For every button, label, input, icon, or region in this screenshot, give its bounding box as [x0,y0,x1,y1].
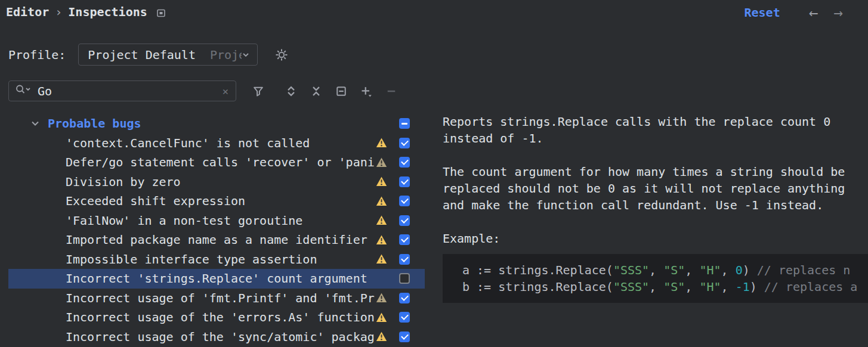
inspection-tree: Probable bugs 'context.CancelFunc' is no… [8,114,425,346]
collapse-all-icon[interactable] [309,84,323,98]
disable-inspection-icon[interactable] [334,84,348,98]
tree-item[interactable]: 'context.CancelFunc' is not called [8,134,425,153]
search-box[interactable]: ✕ [8,80,236,101]
settings-inspections-page: Editor › Inspections Reset ← → Profile: … [0,0,868,347]
tree-item[interactable]: 'FailNow' in a non-test goroutine [8,211,425,231]
warning-icon [376,234,387,246]
group-checkbox[interactable] [399,118,410,129]
tree-item-label: Incorrect usage of 'fmt.Printf' and 'fmt… [66,291,376,305]
tree-item-label: Incorrect usage of the 'errors.As' funct… [66,310,376,324]
header-actions: Reset ← → [744,5,843,20]
inspection-checkbox[interactable] [399,234,410,245]
warning-icon [376,253,387,265]
in-editor-settings-icon [156,8,166,18]
inspection-checkbox[interactable] [399,196,410,206]
warning-icon [376,196,387,207]
tree-group-row[interactable]: Probable bugs [8,114,425,134]
inspection-description: Reports strings.Replace calls with the r… [443,113,868,303]
no-severity-icon [376,273,387,284]
tree-item-label: 'context.CancelFunc' is not called [66,136,376,150]
tree-item-label: 'FailNow' in a non-test goroutine [66,213,376,228]
description-paragraph-2: The count argument for how many times a … [443,163,860,213]
code-line: a := strings.Replace("SSS", "S", "H", 0)… [462,262,868,278]
code-line: b := strings.Replace("SSS", "S", "H", -1… [462,278,868,295]
tree-item[interactable]: Incorrect usage of 'fmt.Printf' and 'fmt… [8,289,425,308]
warning-icon [376,176,387,187]
tree-item[interactable]: Incorrect 'strings.Replace' count argume… [8,269,425,289]
clear-search-icon[interactable]: ✕ [223,85,228,97]
code-block: a := strings.Replace("SSS", "S", "H", 0)… [443,254,868,303]
warning-icon [376,215,387,226]
remove-inspection-icon[interactable] [384,84,399,98]
tree-rows: 'context.CancelFunc' is not calledDefer/… [8,134,425,347]
profile-label: Profile: [8,48,66,62]
inspection-checkbox[interactable] [399,157,410,168]
tree-item-label: Exceeded shift expression [66,194,376,208]
inspection-checkbox[interactable] [399,331,410,342]
tree-item[interactable]: Exceeded shift expression [8,191,425,211]
warning-icon [376,312,387,323]
inspection-checkbox[interactable] [399,138,410,148]
inspection-checkbox[interactable] [399,254,410,265]
example-label: Example: [443,230,860,247]
tree-item[interactable]: Defer/go statement calls 'recover' or 'p… [8,153,425,172]
inspection-checkbox[interactable] [399,312,410,323]
profile-dropdown[interactable]: Project Default Proje [78,44,258,66]
tree-item-label: Incorrect usage of the 'sync/atomic' pac… [66,330,376,344]
breadcrumb-editor[interactable]: Editor [6,5,49,19]
description-paragraph-1: Reports strings.Replace calls with the r… [443,113,860,147]
expand-all-icon[interactable] [284,84,298,98]
tree-item[interactable]: Incorrect usage of the 'errors.As' funct… [8,308,425,327]
breadcrumb: Editor › Inspections [6,5,166,19]
chevron-down-icon [242,51,250,59]
inspection-checkbox[interactable] [399,215,410,226]
tree-item-label: Impossible interface type assertion [66,252,376,267]
chevron-down-icon[interactable] [31,119,39,128]
search-icon [15,83,32,98]
inspection-checkbox[interactable] [399,176,410,187]
tree-item-label: Division by zero [66,175,376,189]
profile-dropdown-hint: Proje [210,48,242,62]
add-inspection-icon[interactable] [359,84,373,98]
tree-item[interactable]: Impossible interface type assertion [8,250,425,269]
breadcrumb-separator: › [55,5,62,19]
warning-icon [376,331,387,342]
back-arrow-icon[interactable]: ← [809,5,818,20]
reset-button[interactable]: Reset [744,5,780,20]
inspection-checkbox[interactable] [399,273,410,284]
forward-arrow-icon[interactable]: → [833,5,843,20]
profile-row: Profile: Project Default Proje [8,44,289,66]
gear-icon[interactable] [274,48,289,62]
tree-item[interactable]: Imported package name as a name identifi… [8,230,425,250]
warning-icon [376,137,387,148]
tree-item-label: Incorrect 'strings.Replace' count argume… [66,271,376,286]
filter-icon[interactable] [251,84,265,98]
warning-icon [376,292,387,303]
tree-item-label: Defer/go statement calls 'recover' or 'p… [66,155,376,169]
profile-dropdown-value: Project Default [88,48,196,62]
tree-item[interactable]: Incorrect usage of the 'sync/atomic' pac… [8,327,425,347]
tree-group-label: Probable bugs [48,116,399,131]
inspection-checkbox[interactable] [399,293,410,303]
breadcrumb-inspections: Inspections [68,5,147,19]
tree-item[interactable]: Division by zero [8,172,425,192]
search-row: ✕ [8,80,399,101]
search-input[interactable] [36,83,223,99]
warning-icon [376,157,387,168]
tree-item-label: Imported package name as a name identifi… [66,233,376,247]
